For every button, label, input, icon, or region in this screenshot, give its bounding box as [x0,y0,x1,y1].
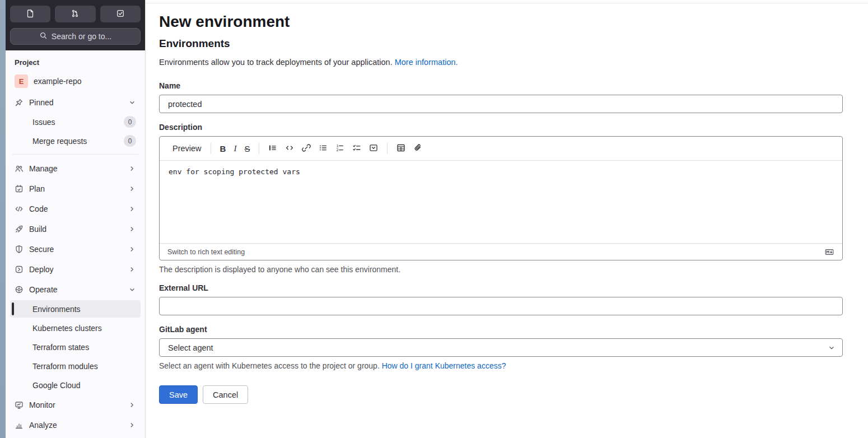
merge-requests-shortcut-button[interactable] [55,6,95,22]
svg-text:2: 2 [337,147,339,152]
sidebar-item-deploy[interactable]: Deploy [10,260,141,278]
agent-help-sentence: Select an agent with Kubernetes access t… [159,361,380,370]
markdown-icon[interactable] [824,248,834,257]
table-icon [396,143,405,154]
environments-label: Environments [32,305,136,314]
sidebar-item-monitor[interactable]: Monitor [10,395,141,414]
chevron-right-icon [128,225,136,233]
numbered-list-button[interactable]: 12 [332,141,348,156]
sidebar-item-issues[interactable]: Issues 0 [10,113,141,131]
operate-icon [15,285,24,294]
project-name: example-repo [34,77,136,86]
description-help-text: The description is displayed to anyone w… [159,265,843,274]
link-icon [302,143,311,154]
google-cloud-label: Google Cloud [32,381,136,390]
pin-icon [15,98,24,107]
secure-label: Secure [29,245,123,254]
name-label: Name [159,81,843,90]
terraform-modules-label: Terraform modules [32,362,136,371]
preview-button[interactable]: Preview [169,142,205,155]
agent-help-text: Select an agent with Kubernetes access t… [159,361,843,370]
sidebar-item-environments[interactable]: Environments [10,300,141,318]
environments-section-title: Environments [159,38,843,50]
window-edge-strip [0,0,6,438]
rocket-icon [15,225,24,234]
sidebar-item-google-cloud[interactable]: Google Cloud [10,376,141,394]
kubernetes-access-link[interactable]: How do I grant Kubernetes access? [382,361,506,370]
sidebar-item-plan[interactable]: Plan [10,179,141,198]
paperclip-icon [413,143,422,154]
merge-requests-count-badge: 0 [124,135,136,147]
toolbar-separator [211,143,211,154]
kubernetes-clusters-label: Kubernetes clusters [32,324,136,333]
todo-check-icon [116,9,125,20]
strikethrough-button[interactable]: S [241,142,253,156]
form-actions: Save Cancel [159,385,843,404]
save-button[interactable]: Save [159,385,198,404]
bold-button[interactable]: B [217,142,230,156]
bullet-list-icon [319,143,328,154]
chevron-right-icon [128,205,136,213]
operate-label: Operate [29,285,123,294]
cancel-button[interactable]: Cancel [203,385,248,404]
plan-label: Plan [29,184,123,193]
sidebar-item-kubernetes-clusters[interactable]: Kubernetes clusters [10,319,141,337]
bullet-list-button[interactable] [315,141,331,156]
quote-button[interactable] [265,141,281,156]
sidebar-nav: Project E example-repo Pinned Issues 0 M… [6,50,145,438]
sidebar-item-code[interactable]: Code [10,199,141,218]
issues-count-badge: 0 [124,116,136,128]
chevron-right-icon [128,421,136,429]
sidebar-item-analyze[interactable]: Analyze [10,416,141,434]
switch-rich-text-button[interactable]: Switch to rich text editing [167,248,245,256]
sidebar-item-project[interactable]: E example-repo [10,71,141,91]
description-textarea[interactable]: env for scoping protected vars [160,161,842,243]
link-button[interactable] [298,141,314,156]
chart-icon [15,421,24,430]
quote-icon [268,143,277,154]
italic-button[interactable]: I [230,142,240,156]
sidebar-item-secure[interactable]: Secure [10,240,141,258]
pinned-label: Pinned [29,98,123,107]
numbered-list-icon: 12 [335,143,344,154]
calendar-icon [15,184,24,193]
sidebar-section-label: Project [10,54,141,71]
markdown-editor: Preview B I S 12 [159,136,843,260]
external-url-field-group: External URL [159,283,843,315]
project-avatar: E [15,74,28,88]
chevron-down-icon [128,99,136,106]
sidebar-item-build[interactable]: Build [10,220,141,238]
sidebar-item-terraform-states[interactable]: Terraform states [10,338,141,356]
sidebar-item-merge-requests[interactable]: Merge requests 0 [10,132,141,150]
code-button[interactable] [282,141,297,156]
code-label: Code [29,204,123,213]
issues-shortcut-button[interactable] [10,6,50,22]
issues-icon [26,9,35,20]
task-list-button[interactable] [349,141,365,156]
table-button[interactable] [393,141,409,156]
sidebar-item-manage[interactable]: Manage [10,159,141,178]
collapsible-section-button[interactable] [366,141,381,156]
chevron-right-icon [128,265,136,273]
code-icon [285,143,294,154]
search-input[interactable]: Search or go to... [10,28,141,45]
sidebar-item-terraform-modules[interactable]: Terraform modules [10,357,141,375]
chevron-right-icon [128,165,136,173]
chevron-down-icon [828,344,836,352]
description-field-group: Description Preview B I S [159,123,843,274]
description-label: Description [159,123,843,132]
chevron-right-icon [128,245,136,253]
chevron-down-icon [128,286,136,293]
name-input[interactable] [159,95,843,113]
sidebar-item-operate[interactable]: Operate [10,280,141,299]
search-icon [39,31,48,41]
build-label: Build [29,225,123,234]
main-content: New environment Environments Environment… [146,0,868,438]
external-url-input[interactable] [159,297,843,315]
attach-file-button[interactable] [410,141,426,156]
agent-select[interactable]: Select agent [159,338,843,357]
deploy-label: Deploy [29,265,123,274]
todo-list-shortcut-button[interactable] [100,6,141,22]
sidebar-item-pinned[interactable]: Pinned [10,93,141,111]
more-information-link[interactable]: More information. [395,58,458,67]
